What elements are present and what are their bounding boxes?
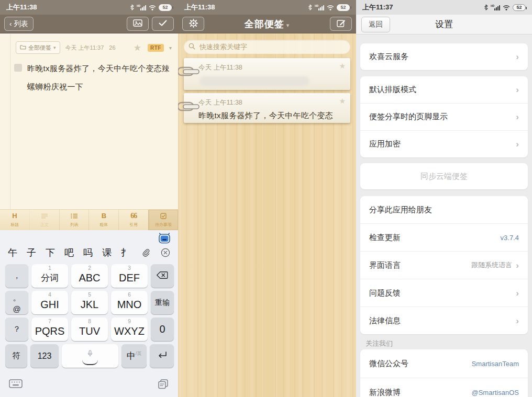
chevron-right-icon: › (516, 112, 519, 121)
candidate[interactable]: 午 (8, 246, 17, 259)
candidate[interactable]: 下 (46, 246, 55, 259)
candidate[interactable]: 子 (27, 246, 36, 259)
note-card[interactable]: 今天 上午11:38 ★ 昨晚tx服务器炸了，今天中午吃个变态 (184, 93, 350, 123)
row-weibo-account[interactable]: 新浪微博 @SmartisanOS (360, 378, 528, 397)
key-space[interactable] (62, 344, 118, 368)
candidate[interactable]: 课 (102, 246, 112, 259)
status-time: 上午11:38 (6, 3, 37, 12)
row-feedback[interactable]: 问题反馈 › (360, 279, 528, 307)
candidate[interactable]: 吧 (64, 246, 74, 259)
chevron-right-icon: › (516, 85, 519, 94)
row-check-update[interactable]: 检查更新 v3.7.4 (360, 223, 528, 251)
space-underline (82, 360, 98, 365)
compose-icon (337, 19, 346, 29)
key-jkl[interactable]: 5JKL (71, 291, 108, 314)
search-bar[interactable] (184, 40, 350, 54)
note-card[interactable]: 今天 上午11:38 ★ (184, 58, 350, 90)
star-icon[interactable]: ★ (339, 97, 346, 105)
back-button[interactable]: 返回 (361, 17, 390, 32)
key-numpad[interactable]: 123 (30, 344, 59, 368)
settings-button[interactable] (182, 17, 204, 31)
row-cloud-service[interactable]: 欢喜云服务 › (360, 43, 528, 70)
settings-group: 默认排版模式 › 便签分享时的页脚显示 › 应用加密 › (360, 76, 528, 157)
sync-cloud-notes-button[interactable]: 同步云端便签 (360, 163, 528, 189)
todo-checkbox[interactable] (14, 64, 22, 72)
row-wechat-account[interactable]: 微信公众号 SmartisanTeam (360, 349, 528, 378)
candidate[interactable]: 扌 (121, 246, 130, 259)
row-legal-info[interactable]: 法律信息 › (360, 307, 528, 334)
candidate-bar: 午 子 下 吧 吗 课 扌 (0, 244, 178, 262)
folder-selector[interactable]: 全部便签 ▾ (16, 41, 60, 54)
paperclip-icon (178, 66, 200, 80)
format-bold-button[interactable]: B 粗体 (88, 210, 118, 230)
mic-icon (87, 347, 93, 359)
key-abc[interactable]: 2ABC (71, 264, 108, 288)
hd-signal-icon: HD (315, 4, 324, 10)
wifi-icon (149, 5, 156, 10)
key-zero[interactable]: 0 (151, 317, 174, 341)
key-fenci[interactable]: 1分词 (31, 264, 68, 288)
clipboard-icon[interactable] (158, 379, 169, 392)
format-body-button[interactable]: 正文 (29, 210, 59, 230)
folder-icon (20, 44, 26, 51)
caret-down-icon: ▾ (286, 22, 290, 28)
enter-icon (156, 350, 168, 362)
check-icon (159, 20, 167, 28)
key-backspace[interactable] (151, 264, 174, 288)
key-enter[interactable] (150, 344, 174, 368)
collapse-keyboard-icon[interactable] (9, 379, 23, 392)
insert-image-button[interactable] (127, 17, 149, 31)
gear-icon (189, 19, 198, 29)
paperclip-icon[interactable] (142, 248, 150, 257)
note-edit-area[interactable]: 全部便签 ▾ 今天 上午11:37 26 ★ RTF ▾ 昨晚tx服务器炸了，今… (0, 34, 178, 209)
key-reinput[interactable]: 重输 (151, 291, 174, 314)
key-pqrs[interactable]: 7PQRS (31, 317, 68, 341)
settings-group: 分享此应用给朋友 检查更新 v3.7.4 界面语言 跟随系统语言 › 问题反馈 … (360, 196, 528, 334)
bluetooth-icon (308, 4, 312, 10)
key-symbols[interactable]: 符 (5, 344, 27, 368)
key-question[interactable]: ？ (5, 317, 28, 341)
format-quote-button[interactable]: 66 引用 (118, 210, 148, 230)
row-default-layout[interactable]: 默认排版模式 › (360, 76, 528, 103)
format-todo-button[interactable]: 待办事项 (148, 210, 178, 230)
key-lang-toggle[interactable]: 中/英 (121, 344, 147, 368)
note-text[interactable]: 昨晚tx服务器炸了，今天中午吃个变态辣螺蛳粉庆祝一下 (27, 59, 171, 96)
panel-notes-list: 上午11:38 HD 52 全部便签▾ 今 (178, 0, 356, 397)
rtf-caret-icon[interactable]: ▾ (169, 45, 172, 51)
search-input[interactable] (198, 42, 346, 51)
svg-text:HD: HD (491, 4, 495, 7)
note-time: 今天 上午11:38 (184, 93, 350, 107)
key-tuv[interactable]: 8TUV (71, 317, 108, 341)
page-title[interactable]: 全部便签▾ (209, 18, 325, 30)
note-meta-row: 全部便签 ▾ 今天 上午11:37 26 ★ RTF ▾ (16, 41, 172, 54)
caret-down-icon: ▾ (53, 45, 56, 50)
back-to-list-button[interactable]: ‹ 列表 (4, 17, 34, 31)
status-bar: 上午11:37 HD 52 (356, 0, 532, 15)
key-ghi[interactable]: 4GHI (31, 291, 68, 314)
key-period-at[interactable]: 。@ (5, 291, 28, 314)
wifi-icon (327, 5, 334, 10)
key-mno[interactable]: 6MNO (111, 291, 148, 314)
wood-background: 今天 上午11:38 ★ 今天 上午11:38 ★ 昨晚tx服务器炸了，今天中午… (178, 34, 356, 397)
star-icon[interactable]: ★ (339, 62, 346, 70)
favorite-star-icon[interactable]: ★ (134, 42, 141, 53)
bluetooth-icon (484, 4, 488, 10)
close-candidates-icon[interactable] (161, 248, 170, 257)
rtf-badge[interactable]: RTF (148, 44, 164, 52)
battery-icon: 52 (337, 4, 350, 11)
note-timestamp: 今天 上午11:37 (65, 44, 104, 52)
candidate[interactable]: 吗 (83, 246, 93, 259)
row-interface-language[interactable]: 界面语言 跟随系统语言 › (360, 251, 528, 279)
format-list-button[interactable]: 列表 (59, 210, 89, 230)
redacted-note-preview (199, 76, 309, 86)
key-comma[interactable]: ， (5, 264, 28, 288)
key-def[interactable]: 3DEF (111, 264, 148, 288)
compose-note-button[interactable] (330, 17, 352, 31)
row-share-footer[interactable]: 便签分享时的页脚显示 › (360, 103, 528, 130)
row-share-app[interactable]: 分享此应用给朋友 (360, 196, 528, 223)
key-wxyz[interactable]: 9WXYZ (111, 317, 148, 341)
status-time: 上午11:38 (184, 3, 215, 12)
format-title-button[interactable]: H 标题 (0, 210, 29, 230)
confirm-button[interactable] (152, 17, 174, 31)
row-app-lock[interactable]: 应用加密 › (360, 130, 528, 157)
